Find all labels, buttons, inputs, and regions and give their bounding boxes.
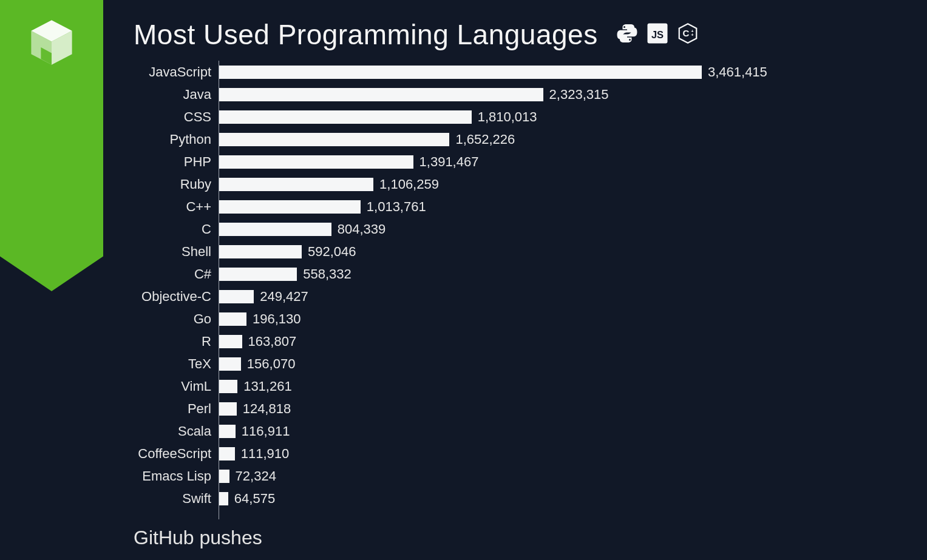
- bar-track: 163,807: [219, 330, 862, 353]
- value-label: 249,427: [260, 289, 308, 305]
- bar-row: Python1,652,226: [134, 128, 862, 150]
- bar-fill: [219, 155, 413, 169]
- bar-track: 196,130: [219, 308, 862, 330]
- category-label: CSS: [134, 109, 219, 125]
- bar-row: Objective-C249,427: [134, 285, 862, 308]
- category-label: Perl: [134, 401, 219, 417]
- value-label: 1,391,467: [419, 154, 479, 170]
- bar-row: Java2,323,315: [134, 83, 862, 106]
- bar-fill: [219, 492, 228, 505]
- value-label: 131,261: [243, 379, 292, 394]
- value-label: 592,046: [308, 244, 356, 260]
- value-label: 1,652,226: [455, 132, 515, 147]
- bar-fill: [219, 88, 543, 101]
- bar-track: 116,911: [219, 420, 862, 442]
- bar-fill: [219, 223, 331, 236]
- bar-row: CSS1,810,013: [134, 106, 862, 128]
- value-label: 72,324: [236, 468, 276, 484]
- bar-row: Shell592,046: [134, 240, 862, 263]
- bar-track: 1,810,013: [219, 106, 862, 128]
- value-label: 2,323,315: [549, 87, 609, 103]
- bar-fill: [219, 402, 237, 416]
- cpp-icon: C + +: [677, 22, 699, 47]
- bar-row: C804,339: [134, 218, 862, 240]
- value-label: 3,461,415: [708, 64, 767, 80]
- value-label: 111,910: [241, 446, 290, 462]
- bar-track: 1,106,259: [219, 173, 862, 195]
- category-label: Ruby: [134, 177, 219, 192]
- x-axis-label: GitHub pushes: [134, 527, 262, 549]
- category-label: C#: [134, 266, 219, 282]
- bar-fill: [219, 245, 302, 258]
- bar-row: VimL131,261: [134, 375, 862, 397]
- category-label: PHP: [134, 154, 219, 170]
- category-label: JavaScript: [134, 64, 219, 80]
- value-label: 1,810,013: [478, 109, 537, 125]
- bar-row: CoffeeScript111,910: [134, 442, 862, 465]
- category-label: CoffeeScript: [134, 446, 219, 462]
- value-label: 64,575: [234, 491, 275, 507]
- bar-fill: [219, 357, 241, 371]
- bar-row: Ruby1,106,259: [134, 173, 862, 195]
- category-label: Emacs Lisp: [134, 468, 219, 484]
- value-label: 558,332: [303, 266, 351, 282]
- bar-fill: [219, 447, 235, 460]
- bar-fill: [219, 312, 246, 326]
- svg-text:+: +: [691, 33, 693, 37]
- python-icon: [616, 22, 638, 47]
- bar-fill: [219, 425, 236, 438]
- value-label: 156,070: [247, 356, 296, 372]
- value-label: 116,911: [242, 423, 290, 439]
- bar-row: TeX156,070: [134, 353, 862, 375]
- bar-row: PHP1,391,467: [134, 150, 862, 173]
- brand-logo: [27, 18, 76, 67]
- bar-track: 558,332: [219, 263, 862, 285]
- category-label: R: [134, 334, 219, 349]
- bar-row: JavaScript3,461,415: [134, 61, 862, 83]
- category-label: Scala: [134, 423, 219, 439]
- bar-chart: JavaScript3,461,415Java2,323,315CSS1,810…: [134, 61, 862, 510]
- category-label: VimL: [134, 379, 219, 394]
- category-label: Java: [134, 87, 219, 103]
- bar-track: 156,070: [219, 353, 862, 375]
- value-label: 804,339: [338, 221, 386, 237]
- language-icons: JS C + +: [616, 22, 699, 47]
- category-label: Objective-C: [134, 289, 219, 305]
- bar-fill: [219, 470, 229, 483]
- bar-track: 592,046: [219, 240, 862, 263]
- bar-track: 64,575: [219, 487, 862, 510]
- bar-track: 1,391,467: [219, 150, 862, 173]
- svg-text:C: C: [682, 28, 689, 38]
- bar-row: C++1,013,761: [134, 195, 862, 218]
- bar-fill: [219, 178, 373, 191]
- value-label: 1,013,761: [367, 199, 426, 215]
- bar-fill: [219, 380, 237, 393]
- bar-fill: [219, 66, 702, 79]
- bar-track: 111,910: [219, 442, 862, 465]
- bar-fill: [219, 200, 361, 214]
- bar-track: 1,013,761: [219, 195, 862, 218]
- bar-track: 249,427: [219, 285, 862, 308]
- value-label: 163,807: [248, 334, 297, 349]
- category-label: Go: [134, 311, 219, 327]
- bar-fill: [219, 335, 242, 348]
- bar-row: Scala116,911: [134, 420, 862, 442]
- bar-row: R163,807: [134, 330, 862, 353]
- category-label: C++: [134, 199, 219, 215]
- category-label: C: [134, 221, 219, 237]
- category-label: TeX: [134, 356, 219, 372]
- bar-fill: [219, 268, 297, 281]
- bar-row: Perl124,818: [134, 397, 862, 420]
- bar-row: Emacs Lisp72,324: [134, 465, 862, 487]
- bar-fill: [219, 290, 254, 303]
- bar-track: 124,818: [219, 397, 862, 420]
- bar-track: 72,324: [219, 465, 862, 487]
- bar-track: 2,323,315: [219, 83, 862, 106]
- bar-row: C#558,332: [134, 263, 862, 285]
- value-label: 1,106,259: [379, 177, 439, 192]
- bar-row: Swift64,575: [134, 487, 862, 510]
- bar-row: Go196,130: [134, 308, 862, 330]
- bar-track: 131,261: [219, 375, 862, 397]
- bar-fill: [219, 110, 472, 124]
- bar-fill: [219, 133, 449, 146]
